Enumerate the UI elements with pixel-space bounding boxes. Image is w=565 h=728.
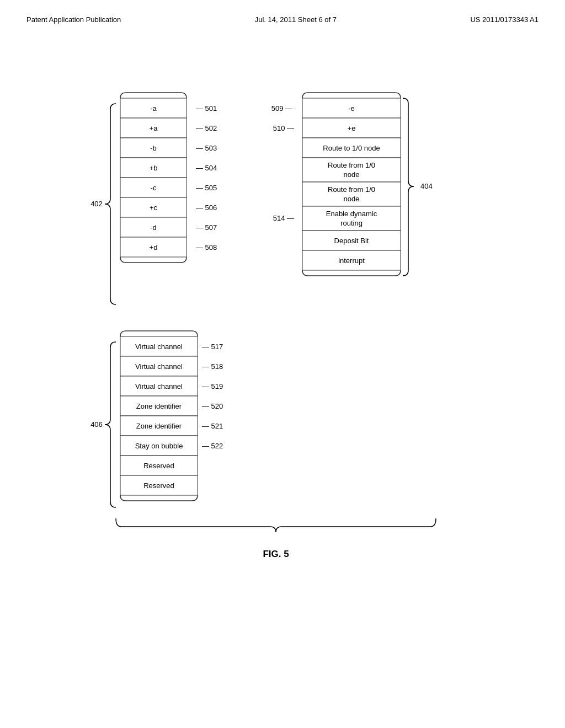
- svg-text:Virtual channel: Virtual channel: [135, 362, 183, 371]
- svg-text:Zone identifier: Zone identifier: [136, 402, 182, 410]
- svg-text:interrupt: interrupt: [338, 256, 365, 265]
- svg-text:-a: -a: [150, 104, 157, 113]
- svg-text:Zone identifier: Zone identifier: [136, 422, 182, 430]
- svg-text:— 508: — 508: [196, 243, 217, 251]
- header-left: Patent Application Publication: [26, 15, 121, 24]
- page: Patent Application Publication Jul. 14, …: [0, 0, 565, 728]
- svg-text:+d: +d: [150, 243, 158, 251]
- svg-text:— 506: — 506: [196, 204, 217, 212]
- svg-text:+a: +a: [150, 124, 158, 132]
- header-right: US 2011/0173343 A1: [470, 15, 539, 24]
- svg-text:— 521: — 521: [202, 422, 223, 430]
- svg-text:— 501: — 501: [196, 104, 217, 113]
- svg-text:— 505: — 505: [196, 184, 217, 192]
- label-402: 402: [90, 200, 103, 208]
- svg-text:Route from 1/0: Route from 1/0: [328, 185, 375, 194]
- svg-text:-c: -c: [151, 184, 157, 192]
- svg-text:+c: +c: [150, 204, 158, 212]
- svg-text:node: node: [344, 170, 360, 179]
- header: Patent Application Publication Jul. 14, …: [0, 0, 565, 24]
- svg-text:Enable dynamic: Enable dynamic: [326, 210, 377, 218]
- label-404: 404: [420, 182, 433, 190]
- svg-text:Stay on bubble: Stay on bubble: [135, 442, 183, 450]
- svg-text:Virtual channel: Virtual channel: [135, 342, 183, 351]
- svg-text:510 —: 510 —: [273, 124, 294, 132]
- header-middle: Jul. 14, 2011 Sheet 6 of 7: [255, 15, 337, 24]
- svg-text:— 517: — 517: [202, 342, 223, 351]
- svg-text:node: node: [344, 195, 360, 203]
- svg-text:Deposit Bit: Deposit Bit: [334, 237, 369, 245]
- svg-text:— 504: — 504: [196, 164, 217, 172]
- svg-text:— 522: — 522: [202, 442, 223, 450]
- label-406: 406: [90, 420, 103, 429]
- svg-text:— 507: — 507: [196, 223, 217, 232]
- svg-text:-d: -d: [150, 223, 157, 232]
- svg-text:509 —: 509 —: [271, 104, 292, 113]
- svg-text:514 —: 514 —: [273, 214, 294, 222]
- svg-text:— 520: — 520: [202, 402, 223, 410]
- svg-text:Virtual channel: Virtual channel: [135, 382, 183, 390]
- diagram-svg: 402 -a — 501 +a — 502 -b — 503 +b — 504 …: [0, 33, 565, 711]
- svg-text:— 519: — 519: [202, 382, 223, 390]
- svg-text:-e: -e: [348, 104, 355, 113]
- svg-text:— 503: — 503: [196, 144, 217, 152]
- svg-text:Reserved: Reserved: [143, 481, 174, 490]
- svg-text:Reserved: Reserved: [143, 462, 174, 470]
- svg-text:— 502: — 502: [196, 124, 217, 132]
- svg-text:routing: routing: [340, 219, 363, 227]
- figure-caption: FIG. 5: [263, 549, 289, 559]
- svg-text:+b: +b: [150, 164, 158, 172]
- svg-text:— 518: — 518: [202, 362, 223, 371]
- svg-text:+e: +e: [348, 124, 356, 132]
- svg-text:-b: -b: [150, 144, 157, 152]
- svg-text:Route from 1/0: Route from 1/0: [328, 161, 375, 169]
- svg-text:Route to 1/0 node: Route to 1/0 node: [323, 144, 380, 152]
